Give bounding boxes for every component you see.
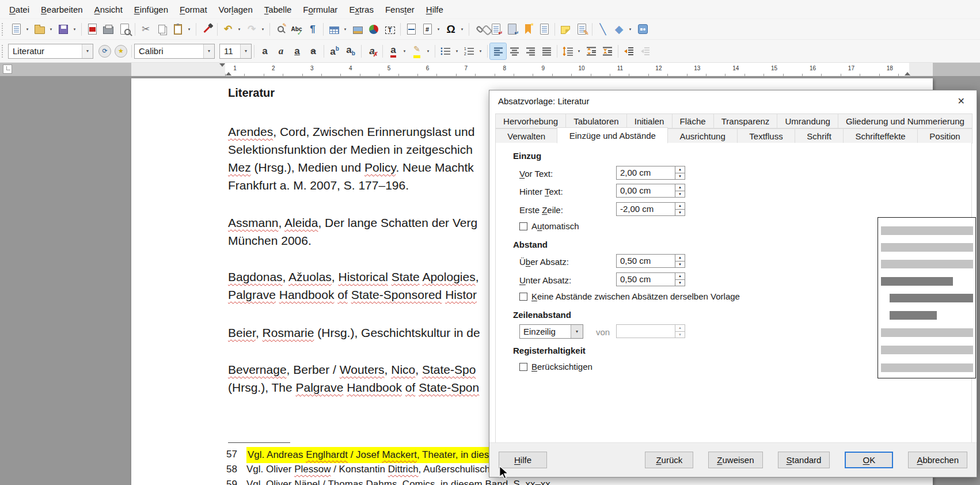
find-replace-button[interactable]: ✎ <box>272 21 288 37</box>
left-indent-marker[interactable] <box>226 72 231 75</box>
paste-button[interactable] <box>170 21 186 37</box>
tab-ausrichtung[interactable]: Ausrichtung <box>667 128 738 143</box>
insert-bookmark-button[interactable]: ★ <box>520 21 536 37</box>
align-left-button[interactable] <box>490 43 506 59</box>
vor-text-field[interactable]: 2,00 cm ▲▼ <box>616 166 685 180</box>
menu-datei[interactable]: Datei <box>3 1 35 18</box>
insert-line-button[interactable]: ╲ <box>595 21 611 37</box>
tab-initialen[interactable]: Initialen <box>626 113 673 128</box>
decrease-indent-button[interactable] <box>637 43 653 59</box>
save-button[interactable] <box>55 21 71 37</box>
line-spacing-dropdown[interactable]: ▾ <box>576 43 582 59</box>
hinter-text-field[interactable]: 0,00 cm ▲▼ <box>616 184 685 198</box>
insert-field-dropdown[interactable]: ▾ <box>435 21 442 37</box>
hinter-text-value[interactable]: 0,00 cm <box>617 184 675 197</box>
spin-up-icon[interactable]: ▲ <box>675 255 685 262</box>
spin-up-icon[interactable]: ▲ <box>675 203 685 210</box>
undo-dropdown[interactable]: ▾ <box>236 21 242 37</box>
cut-button[interactable]: ✂ <box>138 21 154 37</box>
chevron-down-icon[interactable]: ▾ <box>82 44 93 58</box>
font-name-combobox[interactable]: Calibri ▾ <box>134 44 215 59</box>
insert-comment-button[interactable] <box>557 21 573 37</box>
insert-chart-button[interactable] <box>366 21 382 37</box>
open-file-dropdown[interactable]: ▾ <box>48 21 54 37</box>
clone-formatting-button[interactable] <box>199 21 215 37</box>
close-icon[interactable]: ✕ <box>954 94 968 108</box>
ok-button[interactable]: OK <box>845 452 893 468</box>
font-size-combobox[interactable]: 11 ▾ <box>219 44 252 59</box>
spin-up-icon[interactable]: ▲ <box>675 166 685 173</box>
update-style-button[interactable]: ⟳ <box>97 43 113 59</box>
tab-hervorhebung[interactable]: Hervorhebung <box>495 113 566 128</box>
highlight-color-button[interactable]: ✎ <box>409 43 425 59</box>
first-line-indent-marker[interactable] <box>219 63 225 67</box>
menu-formular[interactable]: Formular <box>297 1 343 18</box>
special-character-dropdown[interactable]: ▾ <box>459 21 465 37</box>
align-center-button[interactable] <box>506 43 522 59</box>
copy-button[interactable] <box>154 21 170 37</box>
tab-transparenz[interactable]: Transparenz <box>713 113 778 128</box>
insert-page-break-button[interactable] <box>403 21 419 37</box>
clear-formatting-button[interactable]: a✗ <box>364 43 380 59</box>
erste-zeile-value[interactable]: -2,00 cm <box>617 203 675 215</box>
unter-absatz-value[interactable]: 0,50 cm <box>617 273 675 286</box>
cross-reference-button[interactable] <box>536 21 552 37</box>
menu-ansicht[interactable]: Ansicht <box>89 1 128 18</box>
new-document-button[interactable] <box>8 21 24 37</box>
menu-extras[interactable]: Extras <box>343 1 379 18</box>
basic-shapes-dropdown[interactable]: ▾ <box>627 21 633 37</box>
align-justify-button[interactable] <box>538 43 554 59</box>
insert-footnote-button[interactable]: ↵ <box>488 21 504 37</box>
checkbox-icon[interactable] <box>519 222 527 230</box>
increase-paragraph-spacing-button[interactable] <box>583 43 599 59</box>
tab-verwalten[interactable]: Verwalten <box>495 128 557 143</box>
spin-down-icon[interactable]: ▼ <box>675 262 685 268</box>
checkbox-icon[interactable] <box>519 363 527 371</box>
right-indent-marker[interactable] <box>905 72 910 75</box>
menu-tabelle[interactable]: Tabelle <box>259 1 298 18</box>
erste-zeile-spinner[interactable]: ▲▼ <box>675 203 685 215</box>
tab-textfluss[interactable]: Textfluss <box>737 128 795 143</box>
spin-down-icon[interactable]: ▼ <box>675 332 685 338</box>
checkbox-icon[interactable] <box>519 293 527 301</box>
redo-button[interactable]: ↷ <box>244 21 260 37</box>
unter-absatz-field[interactable]: 0,50 cm ▲▼ <box>616 272 685 286</box>
tab-umrandung[interactable]: Umrandung <box>777 113 838 128</box>
automatisch-checkbox[interactable]: Automatisch <box>519 221 579 231</box>
ordered-list-button[interactable]: 12 <box>461 43 477 59</box>
spin-up-icon[interactable]: ▲ <box>675 184 685 191</box>
tab-gliederung-und-nummerierung[interactable]: Gliederung und Nummerierung <box>838 113 973 128</box>
insert-image-button[interactable] <box>350 21 366 37</box>
insert-textbox-button[interactable]: T <box>382 21 398 37</box>
new-document-dropdown[interactable]: ▾ <box>24 21 31 37</box>
unordered-list-button[interactable] <box>438 43 454 59</box>
insert-table-button[interactable] <box>326 21 342 37</box>
open-file-button[interactable] <box>32 21 48 37</box>
zeilenabstand-select[interactable]: Einzeilig ▾ <box>519 324 583 339</box>
ueber-absatz-value[interactable]: 0,50 cm <box>617 255 675 267</box>
tab-einzuege-und-abstaende[interactable]: Einzüge und Abstände <box>557 127 668 143</box>
unter-absatz-spinner[interactable]: ▲▼ <box>675 273 685 286</box>
ordered-list-dropdown[interactable]: ▾ <box>477 43 484 59</box>
underline-button[interactable]: a <box>289 43 305 59</box>
increase-indent-button[interactable] <box>621 43 637 59</box>
strikethrough-button[interactable]: a <box>305 43 321 59</box>
spin-down-icon[interactable]: ▼ <box>675 173 685 180</box>
tab-schrifteffekte[interactable]: Schrifteffekte <box>843 128 918 143</box>
spelling-button[interactable]: Abc✓ <box>288 21 305 37</box>
ueber-absatz-spinner[interactable]: ▲▼ <box>675 255 685 267</box>
superscript-button[interactable]: ab <box>326 43 343 59</box>
horizontal-ruler[interactable]: 123456789101112131415161718 <box>0 63 980 76</box>
abbrechen-button[interactable]: Abbrechen <box>908 452 967 468</box>
vor-text-value[interactable]: 2,00 cm <box>617 166 675 179</box>
menu-hilfe[interactable]: Hilfe <box>420 1 449 18</box>
spin-up-icon[interactable]: ▲ <box>675 325 685 332</box>
toolbar-drag-handle-2[interactable] <box>2 45 6 58</box>
unordered-list-dropdown[interactable]: ▾ <box>454 43 460 59</box>
paragraph-style-combobox[interactable]: Literatur ▾ <box>8 44 93 59</box>
hinter-text-spinner[interactable]: ▲▼ <box>675 184 685 197</box>
zurueck-button[interactable]: Zurück <box>645 452 693 468</box>
ueber-absatz-field[interactable]: 0,50 cm ▲▼ <box>616 254 685 268</box>
decrease-paragraph-spacing-button[interactable] <box>599 43 616 59</box>
italic-button[interactable]: a <box>273 43 289 59</box>
